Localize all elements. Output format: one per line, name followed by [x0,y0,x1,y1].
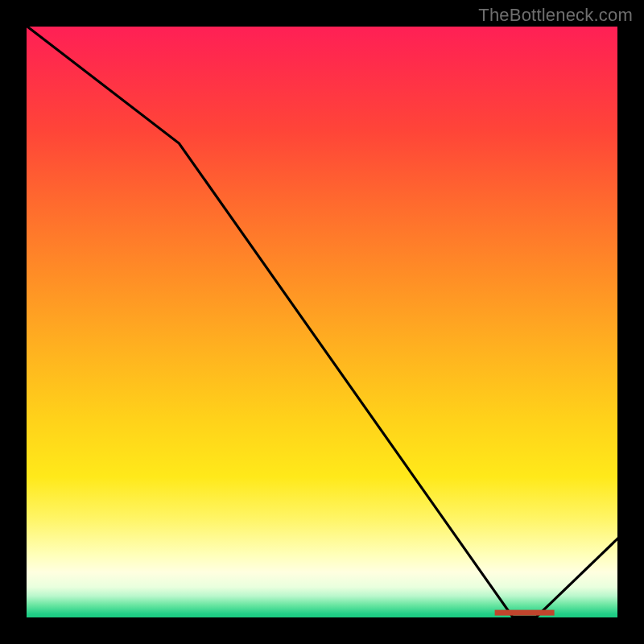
data-curve [24,24,620,617]
minimum-marker [495,610,555,616]
plot-area [24,24,620,620]
watermark-text: TheBottleneck.com [478,5,633,26]
chart-svg [24,24,620,620]
chart-stage: TheBottleneck.com [0,0,644,644]
